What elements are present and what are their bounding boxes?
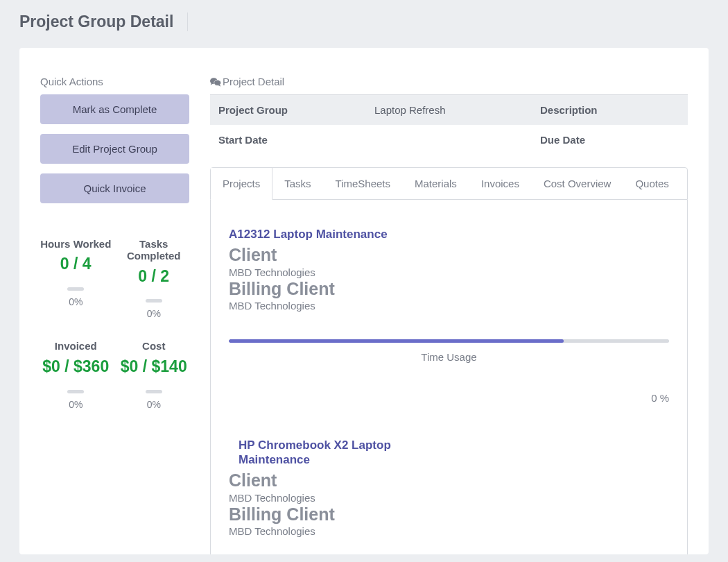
start-date-label: Start Date	[210, 125, 366, 155]
stat-label: Hours Worked	[40, 238, 112, 250]
chat-icon	[210, 77, 221, 87]
tab-tasks[interactable]: Tasks	[272, 168, 323, 199]
due-date-label: Due Date	[532, 125, 688, 155]
page-header: Project Group Detail	[0, 0, 728, 48]
stat-bar	[67, 287, 84, 291]
stat-bar	[67, 390, 84, 393]
stat-tasks-completed: Tasks Completed 0 / 2 0%	[119, 238, 190, 319]
quick-invoice-button[interactable]: Quick Invoice	[40, 173, 189, 203]
right-column: Project Detail Project Group Laptop Refr…	[210, 76, 688, 534]
project-detail-heading-text: Project Detail	[223, 76, 284, 87]
stat-value: 0 / 2	[119, 266, 190, 287]
tab-materials[interactable]: Materials	[403, 168, 469, 199]
project-card: A12312 Laptop Maintenance Client MBD Tec…	[229, 228, 669, 404]
stat-bar	[146, 390, 162, 393]
project-detail-heading: Project Detail	[210, 76, 688, 87]
billing-client-value: MBD Technologies	[229, 300, 669, 312]
stat-hours-worked: Hours Worked 0 / 4 0%	[40, 238, 112, 319]
project-group-label: Project Group	[210, 95, 366, 126]
billing-client-heading: Billing Client	[229, 280, 669, 299]
project-group-value: Laptop Refresh	[366, 95, 532, 126]
stat-pct: 0%	[40, 296, 112, 307]
client-value: MBD Technologies	[229, 266, 669, 278]
detail-row: Start Date Due Date	[210, 125, 688, 155]
stat-pct: 0%	[119, 308, 190, 319]
stat-value: 0 / 4	[40, 254, 112, 275]
project-card: HP Chromebook X2 Laptop Maintenance Clie…	[229, 438, 669, 554]
project-pct-label: 0 %	[229, 392, 669, 404]
time-usage-label: Time Usage	[229, 351, 669, 363]
tab-projects[interactable]: Projects	[211, 168, 272, 200]
svg-point-1	[214, 80, 221, 85]
detail-row: Project Group Laptop Refresh Description	[210, 95, 688, 126]
stat-cost: Cost $0 / $140 0%	[119, 340, 190, 409]
page-title: Project Group Detail	[19, 12, 188, 31]
tab-invoices[interactable]: Invoices	[469, 168, 532, 199]
tab-cost-overview[interactable]: Cost Overview	[532, 168, 624, 199]
tab-quotes[interactable]: Quotes	[623, 168, 681, 199]
tabs: Projects Tasks TimeSheets Materials Invo…	[210, 167, 688, 200]
project-title-link[interactable]: HP Chromebook X2 Laptop Maintenance	[239, 438, 460, 467]
stat-pct: 0%	[40, 399, 112, 410]
client-value: MBD Technologies	[229, 492, 669, 504]
client-heading: Client	[229, 471, 669, 491]
project-detail-table: Project Group Laptop Refresh Description…	[210, 94, 688, 155]
main-card: Quick Actions Mark as Complete Edit Proj…	[19, 48, 709, 554]
quick-actions-heading: Quick Actions	[40, 76, 189, 87]
project-title-link[interactable]: A12312 Laptop Maintenance	[229, 228, 451, 241]
left-column: Quick Actions Mark as Complete Edit Proj…	[40, 76, 189, 534]
stat-bar	[146, 299, 162, 303]
progress-fill	[229, 339, 564, 343]
tab-content-projects: A12312 Laptop Maintenance Client MBD Tec…	[210, 200, 688, 554]
mark-complete-button[interactable]: Mark as Complete	[40, 94, 189, 124]
stat-label: Invoiced	[40, 340, 112, 352]
edit-project-group-button[interactable]: Edit Project Group	[40, 134, 189, 164]
tab-timesheets[interactable]: TimeSheets	[324, 168, 403, 199]
billing-client-heading: Billing Client	[229, 505, 669, 525]
stats-grid: Hours Worked 0 / 4 0% Tasks Completed 0 …	[40, 238, 189, 410]
stat-label: Tasks Completed	[119, 238, 190, 262]
stat-label: Cost	[119, 340, 190, 352]
billing-client-value: MBD Technologies	[229, 525, 669, 537]
progress-bar	[229, 339, 669, 343]
stat-value: $0 / $360	[40, 357, 112, 377]
description-label: Description	[532, 95, 688, 126]
stat-invoiced: Invoiced $0 / $360 0%	[40, 340, 112, 409]
stat-pct: 0%	[119, 399, 190, 410]
client-heading: Client	[229, 246, 669, 265]
start-date-value	[366, 125, 532, 155]
stat-value: $0 / $140	[119, 357, 190, 377]
